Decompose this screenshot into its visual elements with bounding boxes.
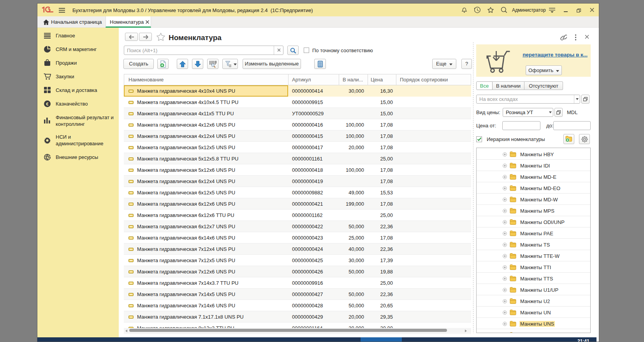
svg-text:€: € <box>46 102 49 106</box>
